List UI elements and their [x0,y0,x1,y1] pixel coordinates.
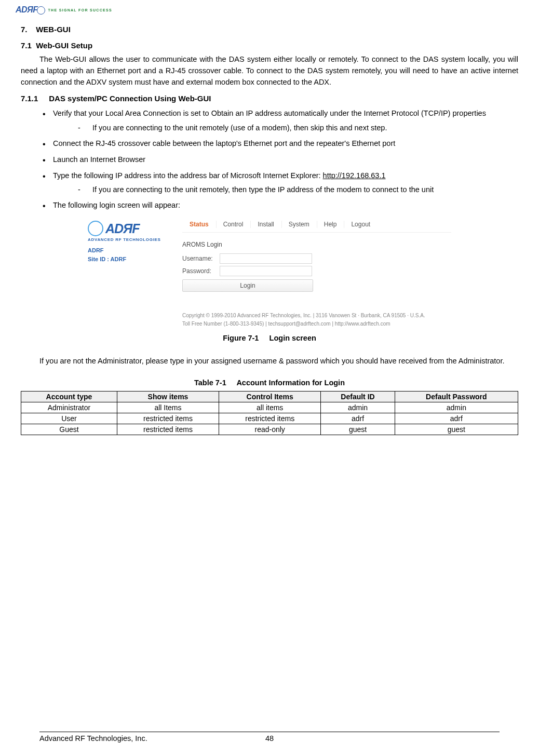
username-label: Username: [182,255,220,262]
table-row: User restricted items restricted items a… [21,413,518,424]
tab-control[interactable]: Control [216,218,251,232]
list-item: If you are connecting to the unit remote… [92,123,518,133]
th-control-items: Control Items [219,391,321,402]
password-label: Password: [182,267,220,275]
table-header-row: Account type Show items Control Items De… [21,391,518,402]
figure-caption: Figure 7-1 Login screen [21,334,518,342]
table-caption: Table 7-1 Account Information for Login [21,379,518,387]
login-form-title: AROMS Login [182,241,451,248]
list-item: If you are connecting to the unit remote… [92,184,518,195]
intro-paragraph: The Web-GUI allows the user to communica… [21,54,518,88]
table-row: Guest restricted items read-only guest g… [21,424,518,435]
th-default-id: Default ID [321,391,395,402]
list-item: Type the following IP address into the a… [53,170,518,196]
tab-install[interactable]: Install [250,218,281,232]
login-logo: ADЯF [88,221,173,236]
logo-swirl-icon [88,221,103,236]
section-7-1-heading: 7.1 Web-GUI Setup [21,41,518,50]
login-tabs: Status Control Install System Help Logou… [182,218,451,233]
ip-url-text: http://192.168.63.1 [323,171,386,180]
list-item: Verify that your Local Area Connection i… [53,108,518,133]
footer-page-number: 48 [265,734,274,743]
logo-text: ADЯF [16,5,45,15]
th-show-items: Show items [117,391,219,402]
logo-tagline: THE SIGNAL FOR SUCCESS [48,8,112,12]
tab-logout[interactable]: Logout [344,218,378,232]
login-meta: ADRF Site ID : ADRF [88,246,173,263]
section-7-1-1-heading: 7.1.1 DAS system/PC Connection Using Web… [21,94,518,103]
login-screenshot: ADЯF ADVANCED RF TECHNOLOGIES ADRF Site … [88,218,451,328]
instruction-list: Verify that your Local Area Connection i… [21,108,518,211]
login-copyright: Copyright © 1999-2010 Advanced RF Techno… [182,312,451,328]
table-row: Administrator all Items all items admin … [21,402,518,413]
tab-status[interactable]: Status [182,218,216,232]
th-default-pw: Default Password [395,391,518,402]
password-input[interactable] [220,266,312,276]
tab-system[interactable]: System [281,218,317,232]
th-account-type: Account type [21,391,117,402]
login-logo-subtext: ADVANCED RF TECHNOLOGIES [88,237,173,242]
account-table: Account type Show items Control Items De… [21,391,518,435]
list-item: The following login screen will appear: [53,200,518,211]
header-logo: ADЯF THE SIGNAL FOR SUCCESS [16,5,523,15]
section-7-heading: 7. WEB-GUI [21,25,518,34]
list-item: Connect the RJ-45 crossover cable betwee… [53,138,518,150]
page-footer: Advanced RF Technologies, Inc. 48 [39,732,500,743]
login-button[interactable]: Login [182,279,313,292]
tab-help[interactable]: Help [317,218,344,232]
username-input[interactable] [220,253,312,264]
post-figure-paragraph: If you are not the Administrator, please… [21,356,518,367]
list-item: Launch an Internet Browser [53,154,518,166]
